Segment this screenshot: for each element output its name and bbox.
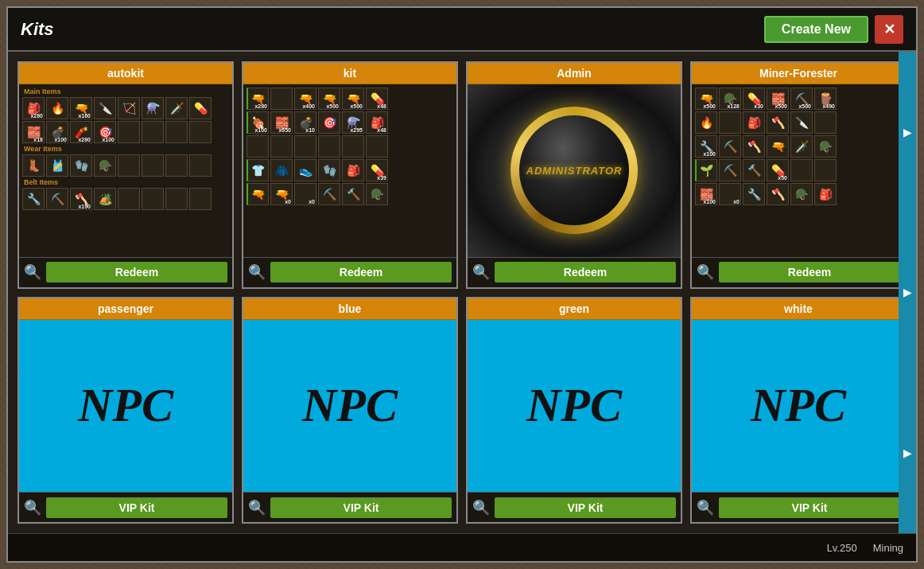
inv-slot: 🔫x500 [318,88,340,110]
inv-slot: 🪖 [814,135,837,158]
inv-slot [189,121,212,143]
inv-slot: 🧥 [270,159,293,181]
kit-card-blue: blueNPC🔍VIP Kit [242,297,458,524]
vip-kit-button-green-kit[interactable]: VIP Kit [495,497,676,518]
kit-title-white: white [692,298,905,320]
inv-slot [814,111,837,134]
search-icon[interactable]: 🔍 [697,499,714,516]
inv-slot: 👕 [247,159,269,181]
header: Kits Create New ✕ [8,8,916,52]
inv-section-label: Wear Items [22,145,229,153]
kit-footer-kit: 🔍Redeem [243,257,456,287]
vip-kit-button-passenger[interactable]: VIP Kit [46,497,227,518]
search-icon[interactable]: 🔍 [248,499,266,516]
inv-slot: 🎯x100 [94,121,116,143]
scroll-arrow-1[interactable]: ▶ [903,126,912,138]
search-icon[interactable]: 🔍 [472,499,490,516]
inv-slot: 🏹 [118,97,140,119]
inv-slot: 🧱x500 [767,88,789,110]
redeem-button-kit[interactable]: Redeem [270,262,452,283]
kit-body-autokit: Main Items🎒x280🔥🔫x160🔪🏹⚗️🗡️💊🧱x18💣x100🧨x2… [19,84,232,257]
inv-slot [118,188,140,210]
inv-slot: 🗡️ [790,135,813,158]
inv-slot: ⚗️x295 [342,111,364,134]
inv-slot [142,154,164,177]
inv-slot: 👢 [22,154,45,177]
kit-footer-green-kit: 🔍VIP Kit [468,492,681,522]
search-icon[interactable]: 🔍 [248,263,266,281]
inv-slot: 🎒x280 [22,97,45,119]
inv-slot: 💊x48 [366,88,388,110]
kits-panel: Kits Create New ✕ autokitMain Items🎒x280… [6,6,918,563]
inv-slot: 💣x100 [46,121,68,143]
inv-slot [247,135,269,158]
inv-slot [366,135,388,158]
inv-slot: ⛏️ [318,183,340,205]
search-icon[interactable]: 🔍 [472,263,490,281]
inv-slot: 🔫x500 [342,88,364,110]
kit-card-white: whiteNPC🔍VIP Kit [690,297,907,524]
kit-body-miner-forester: 🔫x500🪖x128💊x30🧱x500⛏️x500🪵x490🔥🎒🪓🔪🔧x100⛏… [692,84,905,257]
side-scroll-arrows: ▶ ▶ ▶ [899,52,916,533]
inv-slot: 🧤 [70,154,92,177]
npc-label: NPC [302,378,398,433]
vip-kit-button-white[interactable]: VIP Kit [719,497,900,518]
inv-slot: 🔫x400 [294,88,316,110]
inv-slot: 🔫x160 [70,97,92,119]
inv-slot [814,159,837,181]
player-role: Mining [873,542,903,554]
header-actions: Create New ✕ [764,15,903,44]
inv-slot: 🪖 [94,154,116,177]
inv-slot [165,121,188,143]
vip-kit-button-blue[interactable]: VIP Kit [270,497,452,518]
inv-slot: 🔧 [743,183,765,205]
inv-slot: 💊x30 [743,88,765,110]
inv-slot: 🔫x280 [247,88,269,110]
kit-card-admin: AdminADMINISTRATOR🔍Redeem [466,61,682,289]
inv-slot: 🧱x100 [695,183,717,205]
kit-footer-white: 🔍VIP Kit [692,492,905,522]
inv-slot: 👟 [294,159,316,181]
redeem-button-admin[interactable]: Redeem [495,262,676,283]
kit-body-kit: 🔫x280🔫x400🔫x500🔫x500💊x48🍖x100🧱x650💣x10🎯⚗… [243,84,456,257]
inv-slot [118,154,140,177]
inv-slot: 🔥 [695,111,717,134]
kit-footer-passenger: 🔍VIP Kit [19,492,232,522]
inv-slot: 🔫x500 [695,88,717,110]
close-button[interactable]: ✕ [875,15,903,44]
inv-slot [719,111,741,134]
inv-slot: ⛏️ [719,135,741,158]
page-title: Kits [21,19,54,40]
inv-slot: 🎽 [46,154,68,177]
search-icon[interactable]: 🔍 [24,499,41,516]
inv-slot [118,121,140,143]
npc-label: NPC [78,378,173,433]
kit-body-passenger: NPC [19,320,232,493]
inv-slot [270,88,293,110]
inv-slot [270,135,293,158]
inv-slot [790,159,813,181]
inv-slot: 🔧 [22,188,45,210]
inv-slot: 🎒 [743,111,765,134]
redeem-button-autokit[interactable]: Redeem [46,262,227,283]
inv-slot [189,188,212,210]
scroll-arrow-3[interactable]: ▶ [903,446,912,459]
inv-slot: 🎒 [814,183,837,205]
search-icon[interactable]: 🔍 [697,263,714,281]
inv-slot: ⛏️ [46,188,68,210]
kit-title-kit: kit [243,63,456,84]
inv-slot: 💣x10 [294,111,316,134]
kit-title-miner-forester: Miner-Forester [692,63,905,84]
search-icon[interactable]: 🔍 [24,263,41,281]
create-new-button[interactable]: Create New [764,16,868,43]
inv-slot: 🔧x100 [695,135,717,158]
inv-slot: 💊 [189,97,212,119]
scroll-arrow-2[interactable]: ▶ [903,286,912,298]
inv-slot: x0 [294,183,316,205]
inv-slot: 🧱x650 [270,111,293,134]
redeem-button-miner-forester[interactable]: Redeem [719,262,900,283]
inv-slot: 🧱x18 [22,121,45,143]
kit-title-passenger: passenger [19,298,232,320]
inv-slot: 🪓 [767,183,789,205]
inv-slot: 🪓 [743,135,765,158]
